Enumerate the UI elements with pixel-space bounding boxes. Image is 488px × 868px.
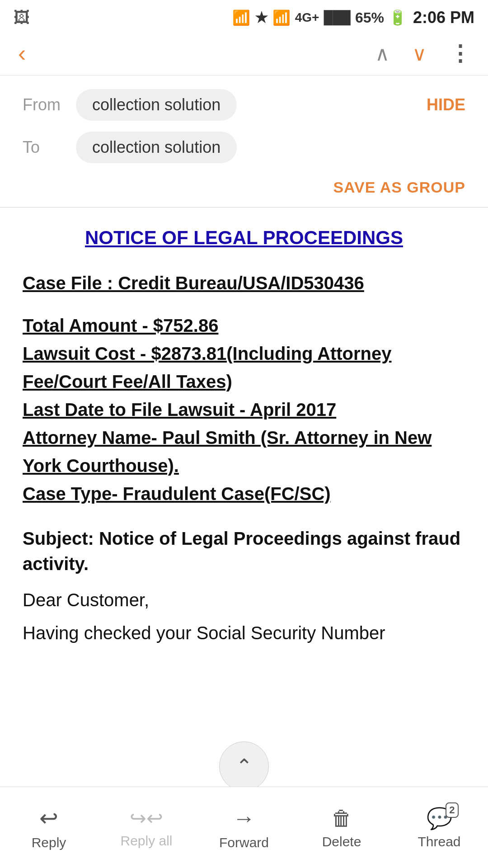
bluetooth-icon2: ★ [255,9,268,26]
to-value-chip: collection solution [76,132,237,163]
reply-all-button[interactable]: ↪↩ Reply all [110,807,183,849]
nav-bar: ‹ ∧ ∨ ⋮ [0,32,488,75]
to-label: To [23,138,63,157]
bottom-toolbar: ↩ Reply ↪↩ Reply all → Forward 🗑 Delete … [0,787,488,868]
up-chevron-icon: ⌃ [236,756,253,776]
reply-all-icon: ↪↩ [130,807,163,830]
status-bar: 🖼 📶 ★ 📶 4G+ ███ 65% 🔋 2:06 PM [0,0,488,32]
email-snippet: Having checked your Social Security Numb… [23,619,465,646]
email-subject: Subject: Notice of Legal Proceedings aga… [23,526,465,576]
delete-button[interactable]: 🗑 Delete [305,806,378,849]
wifi-icon: 📶 [272,9,291,26]
forward-button[interactable]: → Forward [208,805,280,850]
forward-label: Forward [219,835,269,850]
reply-all-label: Reply all [120,833,172,849]
case-file: Case File : Credit Bureau/USA/ID530436 [23,273,465,293]
thread-label: Thread [418,834,460,849]
signal-icon: ███ [324,10,351,25]
email-header: From collection solution HIDE To collect… [0,75,488,207]
from-row: From collection solution HIDE [23,89,465,121]
bluetooth-icon: 📶 [232,9,250,26]
battery-icon: 🔋 [389,9,407,26]
back-button[interactable]: ‹ [18,42,26,65]
scroll-to-top-button[interactable]: ⌃ [219,741,269,791]
4g-icon: 4G+ [295,10,319,25]
battery-percent: 65% [355,9,384,26]
down-arrow-button[interactable]: ∨ [412,42,427,65]
status-time: 2:06 PM [413,8,474,27]
image-icon: 🖼 [14,8,30,27]
to-row: To collection solution [23,132,465,163]
save-group-row: SAVE AS GROUP [23,174,465,207]
from-label: From [23,95,63,114]
from-value-chip: collection solution [76,89,237,121]
up-arrow-button[interactable]: ∧ [375,42,389,65]
hide-button[interactable]: HIDE [427,95,465,114]
thread-button[interactable]: 💬 2 Thread [403,806,475,849]
thread-badge: 2 [446,802,458,818]
delete-icon: 🗑 [331,806,352,830]
email-title: NOTICE OF LEGAL PROCEEDINGS [23,226,465,250]
connectivity-icons: 📶 ★ 📶 4G+ ███ 65% 🔋 [232,9,407,26]
email-body: NOTICE OF LEGAL PROCEEDINGS Case File : … [0,226,488,737]
thread-icon-wrapper: 💬 2 [427,806,452,830]
save-as-group-button[interactable]: SAVE AS GROUP [333,179,465,196]
delete-label: Delete [322,834,361,849]
header-divider [0,207,488,208]
reply-label: Reply [32,835,66,850]
more-options-button[interactable]: ⋮ [449,41,470,66]
email-greeting: Dear Customer, [23,590,465,610]
nav-left: ‹ [18,42,26,65]
status-right-area: 📶 ★ 📶 4G+ ███ 65% 🔋 2:06 PM [232,8,474,27]
reply-button[interactable]: ↩ Reply [13,805,85,850]
status-left-icons: 🖼 [14,8,30,27]
reply-icon: ↩ [39,805,58,831]
nav-right: ∧ ∨ ⋮ [375,41,470,66]
forward-icon: → [233,805,255,831]
email-details: Total Amount - $752.86 Lawsuit Cost - $2… [23,311,465,508]
